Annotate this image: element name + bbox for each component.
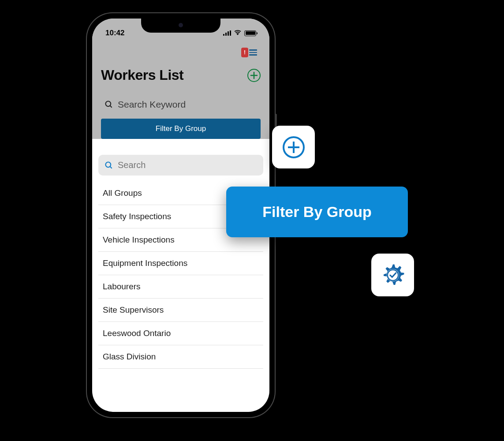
filter-by-group-button[interactable]: Filter By Group xyxy=(101,119,261,139)
svg-line-5 xyxy=(110,166,112,168)
group-item[interactable]: Glass Division xyxy=(98,345,263,369)
search-icon xyxy=(105,100,113,109)
battery-icon xyxy=(244,30,256,36)
signal-icon xyxy=(223,30,231,36)
group-dropdown-panel: All Groups Safety Inspections Vehicle In… xyxy=(92,147,269,369)
group-item[interactable]: Leeswood Ontario xyxy=(98,322,263,345)
gear-check-icon xyxy=(381,263,405,288)
group-item[interactable]: Equipment Inspections xyxy=(98,252,263,275)
hamburger-icon xyxy=(249,49,257,56)
group-search-input[interactable] xyxy=(118,160,257,170)
search-keyword-input[interactable]: Search Keyword xyxy=(101,92,261,119)
search-keyword-placeholder: Search Keyword xyxy=(118,99,186,110)
plus-circle-icon xyxy=(283,136,305,158)
group-item[interactable]: Labourers xyxy=(98,275,263,299)
notification-badge-icon: ! xyxy=(241,48,248,57)
settings-floating-card[interactable] xyxy=(371,254,414,296)
svg-line-3 xyxy=(110,106,112,108)
svg-point-6 xyxy=(387,269,398,280)
status-time: 10:42 xyxy=(105,29,124,37)
plus-icon xyxy=(250,71,258,79)
svg-point-4 xyxy=(106,162,111,167)
status-icons xyxy=(223,29,256,37)
search-icon xyxy=(105,161,113,170)
group-search-field[interactable] xyxy=(98,155,263,176)
phone-notch xyxy=(141,19,220,33)
add-button[interactable] xyxy=(247,69,261,82)
page-title: Workers List xyxy=(101,67,183,83)
app-header: ! Workers List xyxy=(92,42,269,139)
add-floating-card[interactable] xyxy=(272,126,315,168)
wifi-icon xyxy=(234,29,242,37)
menu-button[interactable]: ! xyxy=(241,48,257,57)
filter-by-group-floating-button[interactable]: Filter By Group xyxy=(226,187,408,237)
svg-point-2 xyxy=(106,101,111,107)
group-item[interactable]: Site Supervisors xyxy=(98,299,263,322)
